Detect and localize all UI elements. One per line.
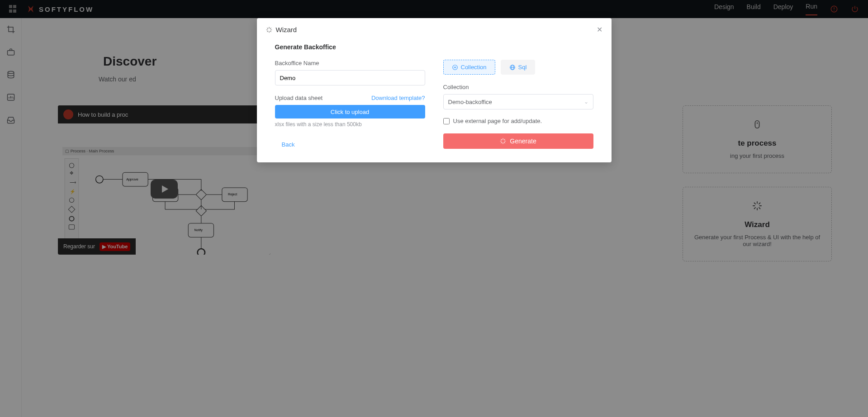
name-label: Backoffice Name — [275, 60, 425, 66]
upload-label: Upload data sheet — [275, 95, 323, 101]
tab-label: Collection — [461, 64, 487, 71]
svg-line-54 — [270, 31, 271, 32]
close-icon[interactable]: ✕ — [597, 25, 602, 34]
svg-line-67 — [501, 139, 502, 140]
chevron-down-icon: ⌄ — [584, 99, 588, 105]
tab-sql[interactable]: Sql — [501, 60, 536, 75]
right-form-column: Collection Sql Collection Demo-backoffic… — [443, 60, 593, 149]
svg-line-71 — [501, 142, 502, 143]
back-link[interactable]: Back — [282, 141, 295, 148]
loading-icon — [266, 27, 272, 33]
svg-line-57 — [267, 31, 268, 32]
loading-icon — [500, 138, 506, 144]
modal-body: Generate Backoffice Backoffice Name Uplo… — [257, 41, 612, 162]
tab-collection[interactable]: Collection — [443, 60, 495, 75]
svg-line-53 — [267, 28, 268, 28]
generate-button[interactable]: Generate — [443, 133, 593, 149]
select-value: Demo-backoffice — [448, 99, 492, 105]
upload-tip: xlsx files with a size less than 500kb — [275, 121, 425, 128]
source-type-tabs: Collection Sql — [443, 60, 593, 75]
plus-circle-icon — [452, 64, 458, 71]
external-page-checkbox[interactable] — [443, 118, 450, 124]
upload-button[interactable]: Click to upload — [275, 105, 425, 118]
download-template-link[interactable]: Download template? — [371, 95, 425, 101]
section-heading: Generate Backoffice — [275, 43, 593, 51]
svg-line-68 — [504, 142, 505, 143]
tab-label: Sql — [518, 64, 527, 71]
left-form-column: Backoffice Name Upload data sheet Downlo… — [275, 60, 425, 149]
generate-label: Generate — [510, 137, 536, 145]
wizard-modal: Wizard ✕ Generate Backoffice Backoffice … — [257, 18, 612, 162]
collection-select[interactable]: Demo-backoffice ⌄ — [443, 94, 593, 109]
checkbox-label: Use external page for add/update. — [453, 118, 542, 124]
modal-title: Wizard — [276, 26, 297, 33]
backoffice-name-input[interactable] — [275, 70, 425, 85]
external-page-checkbox-row[interactable]: Use external page for add/update. — [443, 118, 593, 124]
svg-line-58 — [270, 28, 271, 28]
modal-header: Wizard ✕ — [257, 18, 612, 41]
svg-line-72 — [504, 139, 505, 140]
collection-label: Collection — [443, 84, 593, 90]
globe-icon — [509, 64, 516, 71]
